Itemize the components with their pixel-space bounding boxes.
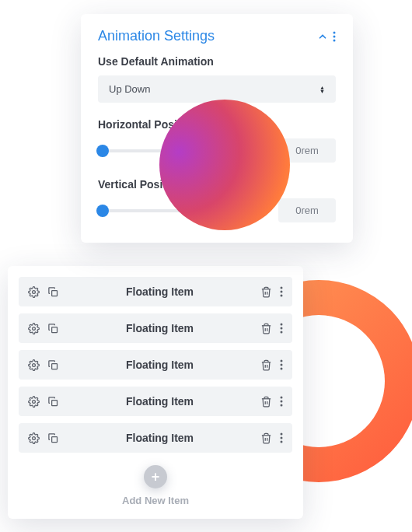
vertical-slider-wrap: 0rem — [98, 198, 336, 222]
svg-point-3 — [33, 290, 36, 293]
more-icon[interactable] — [280, 359, 283, 370]
more-icon[interactable] — [333, 31, 336, 42]
svg-point-12 — [281, 331, 283, 334]
svg-point-7 — [281, 295, 283, 297]
svg-point-15 — [281, 360, 283, 362]
vertical-slider-knob[interactable] — [96, 205, 109, 217]
horizontal-slider-knob[interactable] — [96, 145, 109, 157]
gear-icon[interactable] — [28, 323, 40, 334]
svg-point-17 — [281, 368, 283, 370]
row-actions-right — [260, 286, 283, 298]
row-actions-left — [28, 359, 59, 371]
item-label: Floating Item — [59, 359, 260, 371]
card-title: Animation Settings — [98, 28, 215, 44]
list-item[interactable]: Floating Item — [19, 387, 292, 416]
svg-rect-24 — [52, 436, 58, 442]
svg-rect-14 — [52, 363, 58, 369]
gear-icon[interactable] — [28, 396, 40, 408]
svg-point-18 — [33, 400, 36, 403]
trash-icon[interactable] — [260, 286, 272, 298]
row-actions-right — [260, 396, 283, 408]
list-item[interactable]: Floating Item — [19, 423, 292, 453]
header-actions — [317, 31, 336, 42]
svg-point-21 — [281, 401, 283, 403]
svg-point-6 — [281, 291, 283, 293]
svg-point-22 — [281, 404, 283, 407]
duplicate-icon[interactable] — [47, 432, 59, 444]
svg-rect-4 — [52, 290, 58, 296]
gear-icon[interactable] — [28, 286, 40, 298]
list-item[interactable]: Floating Item — [19, 277, 292, 306]
vertical-value-input[interactable]: 0rem — [278, 198, 336, 222]
list-item[interactable]: Floating Item — [19, 350, 292, 380]
svg-point-5 — [281, 287, 283, 289]
duplicate-icon[interactable] — [47, 286, 59, 298]
select-caret-icon: ▲▼ — [319, 86, 325, 93]
svg-point-1 — [333, 35, 336, 37]
vertical-position-label: Vertical Position — [98, 178, 336, 191]
default-animation-select[interactable]: Up Down ▲▼ — [98, 75, 336, 103]
trash-icon[interactable] — [260, 432, 272, 444]
svg-point-23 — [33, 436, 36, 439]
trash-icon[interactable] — [260, 396, 272, 408]
row-actions-right — [260, 323, 283, 334]
horizontal-slider-wrap: 0rem — [98, 138, 336, 163]
svg-point-8 — [33, 327, 36, 330]
row-actions-left — [28, 286, 59, 298]
add-item-label: Add New Item — [19, 495, 292, 506]
svg-point-25 — [281, 433, 283, 436]
card-header: Animation Settings — [98, 28, 336, 44]
svg-point-20 — [281, 397, 283, 399]
more-icon[interactable] — [280, 396, 283, 407]
duplicate-icon[interactable] — [47, 359, 59, 371]
select-value: Up Down — [109, 83, 150, 95]
animation-settings-card: Animation Settings Use Default Animation… — [81, 14, 353, 243]
row-actions-right — [260, 432, 283, 444]
svg-point-26 — [281, 437, 283, 439]
svg-point-0 — [333, 31, 336, 33]
gear-icon[interactable] — [28, 359, 40, 371]
item-label: Floating Item — [59, 285, 260, 298]
duplicate-icon[interactable] — [47, 396, 59, 408]
list-item[interactable]: Floating Item — [19, 313, 292, 343]
svg-point-2 — [333, 39, 336, 41]
svg-point-10 — [281, 324, 283, 326]
svg-point-16 — [281, 364, 283, 366]
svg-rect-9 — [52, 327, 58, 332]
more-icon[interactable] — [280, 432, 283, 443]
svg-rect-19 — [52, 400, 58, 405]
more-icon[interactable] — [280, 323, 283, 334]
row-actions-left — [28, 396, 59, 408]
collapse-icon[interactable] — [317, 31, 328, 42]
svg-point-11 — [281, 327, 283, 330]
svg-point-13 — [33, 363, 36, 366]
item-label: Floating Item — [59, 395, 260, 408]
item-label: Floating Item — [59, 322, 260, 334]
trash-icon[interactable] — [260, 323, 272, 334]
row-actions-left — [28, 432, 59, 444]
item-label: Floating Item — [59, 432, 260, 444]
horizontal-position-label: Horizontal Position — [98, 118, 336, 131]
add-item-button[interactable]: + — [144, 465, 167, 488]
trash-icon[interactable] — [260, 359, 272, 371]
default-animation-label: Use Default Animation — [98, 55, 336, 68]
gear-icon[interactable] — [28, 432, 40, 444]
horizontal-slider[interactable] — [98, 149, 269, 152]
horizontal-value-input[interactable]: 0rem — [278, 138, 336, 163]
row-actions-left — [28, 323, 59, 334]
svg-point-27 — [281, 441, 283, 443]
duplicate-icon[interactable] — [47, 323, 59, 334]
row-actions-right — [260, 359, 283, 371]
add-item-wrap: + Add New Item — [19, 465, 292, 506]
more-icon[interactable] — [280, 286, 283, 297]
items-list-card: Floating ItemFloating ItemFloating ItemF… — [8, 266, 303, 519]
vertical-slider[interactable] — [98, 209, 269, 212]
